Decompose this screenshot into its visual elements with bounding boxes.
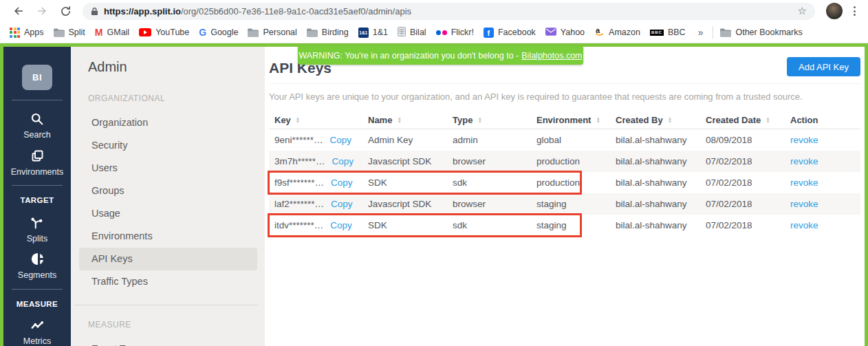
sidebar-item-label: Metrics [23, 336, 51, 346]
key-type: sdk [453, 220, 536, 230]
sidebar-section-measure: MEASURE [17, 300, 58, 308]
warning-org-link[interactable]: Bilalphotos.com [521, 51, 582, 61]
bookmark-gmail[interactable]: M GMail [92, 27, 136, 38]
revoke-link[interactable]: revoke [790, 199, 818, 209]
warning-banner: WARNING: You're in an organization you d… [298, 47, 583, 65]
bookmark-birding[interactable]: Birding [304, 28, 356, 37]
measure-header: MEASURE [88, 320, 265, 329]
back-icon[interactable] [12, 4, 25, 18]
sidebar-divider [12, 185, 63, 186]
bookmark-label: Yahoo [561, 28, 585, 37]
bookmark-bbc[interactable]: BBC BBC [647, 28, 693, 37]
sidebar-item-environments[interactable]: Environments [11, 149, 63, 177]
bookmark-personal[interactable]: Personal [245, 28, 303, 37]
bookmark-label: GMail [107, 28, 130, 37]
key-name: SDK [368, 177, 453, 188]
admin-title: Admin [88, 59, 265, 75]
admin-item-organization[interactable]: Organization [79, 111, 257, 134]
table-row: laf2*******…Copy Javascript SDK browser … [269, 193, 860, 215]
sidebar-section-target: TARGET [21, 196, 54, 204]
revoke-link[interactable]: revoke [790, 220, 818, 230]
sidebar-divider [12, 289, 63, 290]
column-key: Key▲▼ [274, 115, 368, 125]
admin-item-users[interactable]: Users [79, 157, 257, 180]
admin-item-event-types[interactable]: Event Types [79, 338, 257, 346]
bookmark-split[interactable]: Split [51, 28, 92, 37]
url-path: /org/025b6d00-7e36-11e8-9a1c-0acd31e5aef… [181, 6, 411, 17]
sort-icon[interactable]: ▲▼ [477, 116, 481, 124]
sort-icon[interactable]: ▲▼ [668, 116, 672, 124]
copy-link[interactable]: Copy [331, 199, 353, 209]
browser-menu-icon[interactable] [848, 6, 861, 16]
bookmarks-overflow-chevron[interactable]: » [693, 27, 709, 38]
revoke-link[interactable]: revoke [790, 135, 818, 145]
sidebar-item-label: Splits [27, 234, 48, 244]
key-name: SDK [368, 220, 453, 230]
admin-item-usage[interactable]: Usage [79, 202, 257, 225]
sort-icon[interactable]: ▲▼ [296, 116, 300, 124]
sort-icon[interactable]: ▲▼ [766, 116, 770, 124]
bookmark-yahoo[interactable]: Yahoo [543, 28, 592, 38]
api-key-value: 9eni******… [274, 135, 323, 145]
bookmark-label: Personal [263, 28, 296, 37]
sort-icon[interactable]: ▲▼ [596, 116, 600, 124]
org-avatar[interactable]: BI [22, 65, 52, 90]
key-created-by: bilal.al-shahwany [616, 156, 706, 166]
sidebar-divider [12, 100, 63, 100]
bookmark-apps[interactable]: Apps [7, 28, 51, 38]
bookmark-1and1[interactable]: 1&1 1&1 [356, 28, 395, 38]
key-created-date: 07/02/2018 [706, 220, 790, 230]
admin-item-security[interactable]: Security [79, 134, 257, 157]
revoke-link[interactable]: revoke [790, 156, 818, 166]
key-created-by: bilal.al-shahwany [616, 220, 706, 230]
folder-icon [720, 28, 731, 37]
revoke-link[interactable]: revoke [790, 177, 818, 188]
admin-measure-menu: Event Types [88, 338, 265, 346]
bookmark-amazon[interactable]: a Amazon [592, 26, 647, 39]
add-api-key-button[interactable]: Add API Key [787, 57, 860, 76]
api-key-value: itdv*******… [274, 220, 323, 230]
forward-icon[interactable] [35, 4, 49, 18]
metrics-icon [30, 318, 45, 334]
admin-item-traffic-types[interactable]: Traffic Types [79, 270, 257, 293]
key-type: admin [453, 135, 536, 145]
table-row: 3m7h*****…Copy Javascript SDK browser pr… [269, 151, 860, 172]
key-environment: production [536, 177, 616, 188]
other-bookmarks[interactable]: Other Bookmarks [717, 28, 809, 37]
bookmark-google[interactable]: G Google [196, 27, 245, 38]
bookmark-label: Bilal [410, 28, 426, 37]
table-row: f9sf*******…Copy SDK sdk production bila… [269, 172, 860, 193]
bookmark-bilal[interactable]: Bilal [395, 27, 433, 39]
bookmark-facebook[interactable]: f Facebook [481, 28, 543, 38]
bookmark-youtube[interactable]: YouTube [136, 28, 196, 37]
organizational-header: ORGANIZATIONAL [88, 94, 265, 103]
address-bar[interactable]: https://app.split.io /org/025b6d00-7e36-… [83, 3, 815, 20]
copy-link[interactable]: Copy [330, 135, 352, 145]
reload-icon[interactable] [58, 4, 72, 18]
copy-link[interactable]: Copy [331, 177, 353, 188]
sidebar-item-segments[interactable]: Segments [18, 252, 56, 280]
copy-link[interactable]: Copy [330, 220, 352, 230]
sidebar-item-label: Segments [18, 270, 56, 280]
bookmark-label: Flickr! [451, 28, 474, 37]
column-action: Action [790, 115, 860, 125]
bookmark-flickr[interactable]: Flickr! [433, 28, 481, 37]
sidebar-item-search[interactable]: Search [23, 111, 51, 140]
browser-profile-avatar[interactable] [826, 3, 843, 19]
api-key-value: f9sf*******… [274, 177, 324, 188]
sidebar-item-metrics[interactable]: Metrics [23, 318, 51, 346]
copy-link[interactable]: Copy [332, 156, 354, 166]
admin-item-groups[interactable]: Groups [79, 180, 257, 202]
admin-item-environments[interactable]: Environments [79, 225, 257, 248]
split-app-frame: BI Search Environments TARGET Splits [0, 43, 868, 346]
search-icon [30, 111, 44, 128]
bookmark-star-icon[interactable]: ☆ [798, 5, 807, 17]
api-key-value: 3m7h*****… [274, 156, 325, 166]
key-environment: global [536, 135, 616, 145]
key-created-by: bilal.al-shahwany [616, 199, 706, 209]
key-created-by: bilal.al-shahwany [616, 135, 706, 145]
yahoo-mail-icon [545, 28, 556, 38]
admin-item-api-keys[interactable]: API Keys [79, 248, 257, 270]
sort-icon[interactable]: ▲▼ [397, 116, 401, 124]
sidebar-item-splits[interactable]: Splits [27, 215, 48, 244]
